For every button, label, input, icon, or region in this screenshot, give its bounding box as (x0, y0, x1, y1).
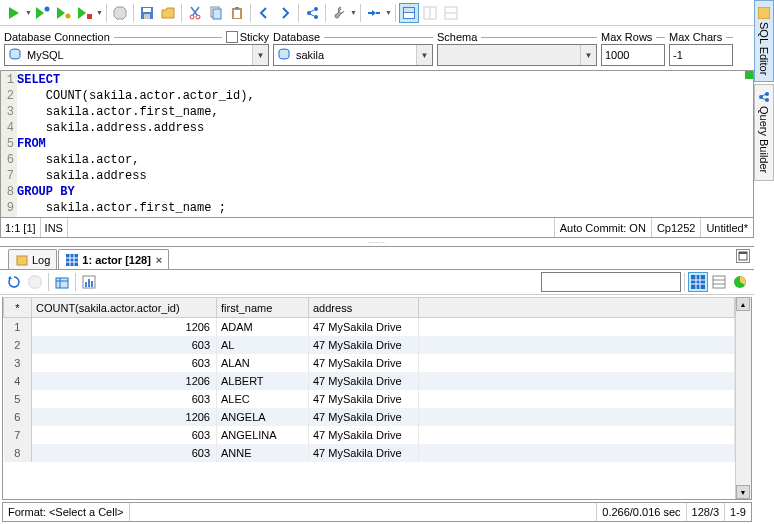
table-row[interactable]: 8603ANNE47 MySakila Drive (4, 444, 735, 462)
run-menu-arrow[interactable]: ▼ (25, 9, 32, 16)
database-value: sakila (294, 49, 416, 61)
view-grid-button[interactable] (688, 272, 708, 292)
col-firstname[interactable]: first_name (217, 298, 309, 318)
sql-code[interactable]: SELECT COUNT(sakila.actor.actor_id), sak… (17, 71, 753, 217)
maximize-icon[interactable] (736, 249, 750, 263)
svg-rect-38 (66, 254, 78, 266)
sticky-checkbox[interactable] (226, 31, 238, 43)
share-button[interactable] (302, 3, 322, 23)
builder-icon (758, 91, 770, 103)
sql-icon (758, 7, 770, 19)
result-status-bar: Format: <Select a Cell> 0.266/0.016 sec … (2, 502, 752, 522)
table-row[interactable]: 61206ANGELA47 MySakila Drive (4, 408, 735, 426)
result-table-wrap: * COUNT(sakila.actor.actor_id) first_nam… (2, 297, 752, 500)
max-rows-label: Max Rows (601, 31, 652, 43)
next-button[interactable] (275, 3, 295, 23)
cut-button[interactable] (185, 3, 205, 23)
stop-result-button[interactable] (25, 272, 45, 292)
chart-button[interactable] (79, 272, 99, 292)
chevron-down-icon[interactable]: ▼ (252, 45, 268, 65)
editor-status-bar: 1:1 [1] INS Auto Commit: ON Cp1252 Untit… (0, 218, 754, 238)
result-toolbar (0, 269, 754, 295)
svg-rect-51 (85, 282, 87, 287)
run-button[interactable] (4, 3, 24, 23)
export-grid-button[interactable] (52, 272, 72, 292)
rows-info-cell: 128/3 (686, 503, 725, 521)
result-search-input[interactable] (541, 272, 681, 292)
database-combo[interactable]: sakila ▼ (273, 44, 433, 66)
tab-result[interactable]: 1: actor [128] × (58, 249, 169, 269)
toggle-results-button[interactable] (399, 3, 419, 23)
tab-result-label: 1: actor [128] (82, 254, 150, 266)
refresh-button[interactable] (4, 272, 24, 292)
split-button[interactable] (364, 3, 384, 23)
mysql-icon (7, 47, 23, 63)
tab-log[interactable]: Log (8, 249, 57, 269)
max-chars-input[interactable] (669, 44, 733, 66)
side-tab-editor[interactable]: SQL Editor (754, 0, 774, 82)
svg-rect-29 (404, 8, 414, 12)
svg-rect-10 (144, 14, 150, 19)
svg-rect-54 (691, 275, 705, 289)
database-label: Database (273, 31, 320, 43)
range-cell: 1-9 (724, 503, 751, 521)
timing-cell: 0.266/0.016 sec (596, 503, 685, 521)
svg-marker-5 (78, 7, 86, 19)
run-explain-button[interactable] (75, 3, 95, 23)
sticky-label: Sticky (240, 31, 269, 43)
table-row[interactable]: 41206ALBERT47 MySakila Drive (4, 372, 735, 390)
layout-v-button[interactable] (441, 3, 461, 23)
layout-h-button[interactable] (420, 3, 440, 23)
table-row[interactable]: 7603ANGELINA47 MySakila Drive (4, 426, 735, 444)
scroll-up-arrow[interactable]: ▲ (736, 297, 750, 311)
svg-point-21 (314, 7, 318, 11)
svg-rect-18 (234, 10, 240, 18)
run-script-button[interactable] (54, 3, 74, 23)
paste-button[interactable] (227, 3, 247, 23)
stop-button[interactable] (110, 3, 130, 23)
connection-value: MySQL (25, 49, 252, 61)
save-button[interactable] (137, 3, 157, 23)
col-rownum[interactable]: * (4, 298, 32, 318)
line-gutter: 123456789 (1, 71, 17, 217)
svg-marker-1 (36, 7, 44, 19)
connection-combo[interactable]: MySQL ▼ (4, 44, 269, 66)
table-row[interactable]: 2603AL47 MySakila Drive (4, 336, 735, 354)
tools-button[interactable] (329, 3, 349, 23)
run-explain-menu-arrow[interactable]: ▼ (96, 9, 103, 16)
vertical-scrollbar[interactable]: ▲ ▼ (735, 297, 751, 499)
svg-rect-47 (56, 278, 68, 288)
splitter-handle[interactable]: ┄┄┄ (0, 238, 754, 246)
max-rows-input[interactable] (601, 44, 665, 66)
split-menu-arrow[interactable]: ▼ (385, 9, 392, 16)
col-count[interactable]: COUNT(sakila.actor.actor_id) (32, 298, 217, 318)
sql-editor[interactable]: 123456789 SELECT COUNT(sakila.actor.acto… (0, 70, 754, 218)
svg-point-22 (314, 15, 318, 19)
result-table[interactable]: * COUNT(sakila.actor.actor_id) first_nam… (3, 297, 735, 462)
result-tab-row: Log 1: actor [128] × (0, 247, 754, 269)
view-form-button[interactable] (709, 272, 729, 292)
file-name: Untitled* (700, 218, 753, 237)
chevron-down-icon[interactable]: ▼ (416, 45, 432, 65)
col-address[interactable]: address (309, 298, 419, 318)
table-row[interactable]: 11206ADAM47 MySakila Drive (4, 318, 735, 336)
chevron-down-icon[interactable]: ▼ (580, 45, 596, 65)
svg-point-4 (66, 13, 71, 18)
cursor-position: 1:1 [1] (1, 218, 41, 237)
run-current-button[interactable] (33, 3, 53, 23)
svg-point-2 (45, 6, 50, 11)
view-pivot-button[interactable] (730, 272, 750, 292)
open-button[interactable] (158, 3, 178, 23)
svg-line-23 (310, 10, 314, 12)
tools-menu-arrow[interactable]: ▼ (350, 9, 357, 16)
copy-button[interactable] (206, 3, 226, 23)
tab-log-label: Log (32, 254, 50, 266)
table-row[interactable]: 3603ALAN47 MySakila Drive (4, 354, 735, 372)
scroll-down-arrow[interactable]: ▼ (736, 485, 750, 499)
side-tab-builder[interactable]: Query Builder (754, 84, 774, 180)
svg-rect-52 (88, 279, 90, 287)
close-icon[interactable]: × (156, 254, 162, 266)
prev-button[interactable] (254, 3, 274, 23)
schema-combo[interactable]: ▼ (437, 44, 597, 66)
table-row[interactable]: 5603ALEC47 MySakila Drive (4, 390, 735, 408)
